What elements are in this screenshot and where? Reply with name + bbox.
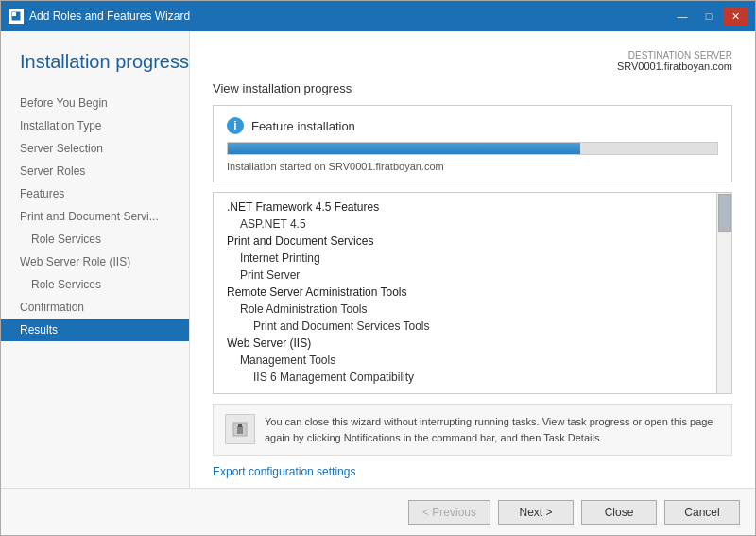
close-window-button[interactable]: ✕	[723, 7, 747, 26]
sidebar-item-0[interactable]: Before You Begin	[1, 92, 189, 114]
progress-status: Installation started on SRV0001.firatboy…	[227, 161, 718, 172]
feature-item-4: Print Server	[214, 267, 731, 284]
destination-label: DESTINATION SERVER	[213, 50, 732, 61]
sidebar-item-2[interactable]: Server Selection	[1, 137, 189, 160]
feature-item-6: Role Administration Tools	[214, 301, 731, 318]
wizard-window: Add Roles and Features Wizard — □ ✕ Inst…	[0, 0, 756, 536]
features-list-box[interactable]: .NET Framework 4.5 FeaturesASP.NET 4.5Pr…	[213, 192, 732, 394]
scrollbar-track[interactable]	[716, 193, 731, 393]
sidebar-item-9[interactable]: Confirmation	[1, 296, 189, 319]
sidebar-heading: Installation progress	[1, 50, 189, 92]
content-area: Installation progress Before You BeginIn…	[1, 31, 755, 488]
scrollbar-thumb[interactable]	[718, 194, 731, 232]
export-link[interactable]: Export configuration settings	[213, 465, 732, 478]
title-bar-controls: — □ ✕	[670, 7, 747, 26]
section-title: View installation progress	[213, 81, 732, 95]
destination-name: SRV0001.firatboyan.com	[617, 61, 732, 72]
info-icon: i	[227, 117, 244, 134]
title-bar-left: Add Roles and Features Wizard	[9, 9, 190, 24]
progress-box: i Feature installation Installation star…	[213, 105, 732, 182]
sidebar: Installation progress Before You BeginIn…	[1, 31, 190, 488]
progress-title: Feature installation	[251, 119, 355, 133]
svg-rect-3	[237, 426, 243, 434]
feature-item-2: Print and Document Services	[214, 233, 731, 250]
progress-header: i Feature installation	[227, 117, 718, 134]
progress-bar-container	[227, 142, 718, 155]
info-box-text: You can close this wizard without interr…	[265, 414, 720, 445]
minimize-button[interactable]: —	[670, 7, 695, 26]
sidebar-item-7[interactable]: Web Server Role (IIS)	[1, 251, 189, 273]
title-bar: Add Roles and Features Wizard — □ ✕	[1, 1, 755, 31]
cancel-button[interactable]: Cancel	[664, 500, 740, 525]
progress-bar-fill	[228, 143, 580, 154]
notification-icon	[225, 414, 255, 444]
sidebar-item-3[interactable]: Server Roles	[1, 160, 189, 182]
info-box: You can close this wizard without interr…	[213, 404, 732, 456]
sidebar-item-5[interactable]: Print and Document Servi...	[1, 205, 189, 228]
sidebar-item-4[interactable]: Features	[1, 182, 189, 205]
sidebar-item-10[interactable]: Results	[1, 319, 189, 341]
svg-rect-1	[12, 12, 16, 16]
feature-item-3: Internet Printing	[214, 250, 731, 267]
feature-item-5: Remote Server Administration Tools	[214, 284, 731, 301]
main-content: DESTINATION SERVER SRV0001.firatboyan.co…	[190, 31, 755, 488]
previous-button[interactable]: < Previous	[408, 500, 490, 525]
features-list: .NET Framework 4.5 FeaturesASP.NET 4.5Pr…	[214, 193, 731, 391]
svg-rect-4	[238, 424, 242, 427]
feature-item-0: .NET Framework 4.5 Features	[214, 199, 731, 216]
destination-server-info: DESTINATION SERVER SRV0001.firatboyan.co…	[213, 50, 732, 72]
window-title: Add Roles and Features Wizard	[29, 9, 190, 23]
maximize-button[interactable]: □	[696, 7, 721, 26]
feature-item-7: Print and Document Services Tools	[214, 318, 731, 335]
sidebar-item-6[interactable]: Role Services	[1, 228, 189, 251]
sidebar-item-1[interactable]: Installation Type	[1, 114, 189, 137]
window-icon	[9, 9, 24, 24]
close-button[interactable]: Close	[581, 500, 657, 525]
sidebar-item-8[interactable]: Role Services	[1, 273, 189, 296]
next-button[interactable]: Next >	[498, 500, 574, 525]
sidebar-nav: Before You BeginInstallation TypeServer …	[1, 92, 189, 341]
footer: < Previous Next > Close Cancel	[1, 488, 755, 535]
feature-item-8: Web Server (IIS)	[214, 335, 731, 352]
feature-item-9: Management Tools	[214, 352, 731, 369]
feature-item-10: IIS 6 Management Compatibility	[214, 369, 731, 386]
feature-item-1: ASP.NET 4.5	[214, 216, 731, 233]
